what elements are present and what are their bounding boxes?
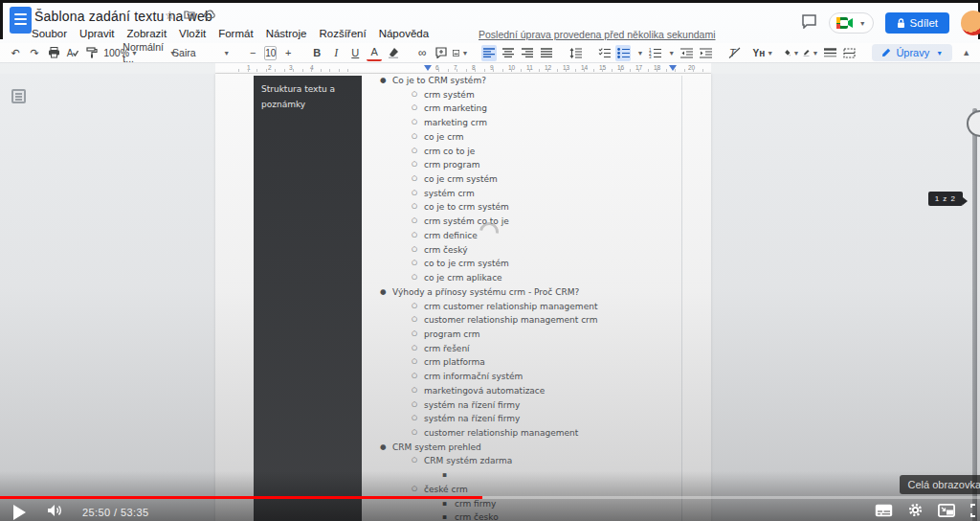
list-bullet: ○ [412, 90, 417, 98]
scrollbar-knob[interactable] [967, 110, 980, 137]
increase-font-button[interactable]: + [280, 45, 296, 61]
list-bullet: ○ [412, 428, 417, 436]
font-select[interactable]: Saira▼ [170, 45, 232, 61]
increase-indent-button[interactable] [698, 45, 713, 61]
menu-napoveda[interactable]: Nápověda [379, 28, 429, 39]
menu-nastroje[interactable]: Nástroje [266, 28, 307, 39]
miniplayer-button[interactable] [938, 504, 955, 521]
bulleted-list-menu[interactable]: ▼ [636, 50, 643, 57]
menu-vlozit[interactable]: Vložit [179, 28, 206, 39]
ruler[interactable]: 1234678910111213141516171820 [215, 63, 711, 74]
numbered-list-button[interactable]: 123 [647, 45, 662, 61]
align-right-button[interactable] [520, 45, 535, 61]
pencil-icon [881, 48, 891, 57]
account-avatar[interactable] [961, 11, 980, 35]
font-size-input[interactable]: 10 [264, 46, 277, 60]
move-folder-icon[interactable] [184, 9, 195, 22]
print-button[interactable] [46, 45, 61, 61]
toolbar: ↶ ↷ A 100%▼ Normální t...▼ Saira▼ − 10 +… [0, 43, 980, 63]
styles-select[interactable]: Normální t...▼ [142, 45, 157, 61]
list-bullet: ○ [412, 147, 417, 154]
checklist-button[interactable] [596, 45, 612, 61]
list-item-text: marketingová automatizace [424, 386, 545, 396]
border-weight-button[interactable] [822, 45, 837, 61]
decrease-indent-button[interactable] [679, 45, 694, 61]
italic-button[interactable]: I [328, 45, 344, 61]
hide-menus-button[interactable]: ▲ [962, 48, 970, 57]
menu-soubor[interactable]: Soubor [32, 28, 67, 39]
last-edit-link[interactable]: Poslední úprava provedena před několika … [479, 29, 716, 40]
list-bullet: ○ [412, 485, 417, 492]
left-indent-marker[interactable] [424, 65, 432, 71]
list-bullet: ▪ [442, 470, 447, 479]
scrollbar[interactable] [972, 108, 977, 521]
highlight-color-button[interactable] [386, 45, 401, 61]
list-bullet: ○ [412, 189, 417, 196]
share-button[interactable]: Sdílet [885, 12, 949, 34]
docs-header: Šablona zadání textu na web ☆ SouborUpra… [0, 3, 980, 43]
fullscreen-button[interactable] [970, 504, 980, 521]
list-bullet: ○ [412, 202, 417, 210]
list-item-text: crm řešení [424, 344, 470, 353]
bulleted-list-button[interactable] [615, 45, 631, 61]
list-bullet: ○ [412, 216, 417, 224]
list-item-text: crm informační systém [424, 372, 523, 381]
list-bullet: ○ [412, 160, 417, 168]
align-justify-button[interactable] [539, 45, 554, 61]
align-center-button[interactable] [501, 45, 516, 61]
menu-rozsireni[interactable]: Rozšíření [319, 28, 366, 39]
fill-color-button[interactable]: ▼ [784, 45, 799, 61]
menu-upravit[interactable]: Upravit [79, 28, 114, 39]
bold-button[interactable]: B [309, 45, 324, 61]
extension-button[interactable]: Yн▼ [755, 45, 770, 61]
google-docs-icon[interactable] [10, 7, 32, 34]
ruler-number: 20 [688, 64, 695, 71]
meet-button[interactable]: ▼ [829, 12, 874, 34]
list-item-text: CRM system prehled [392, 442, 481, 452]
cloud-status-icon[interactable] [204, 9, 216, 22]
table-borders-button[interactable] [841, 45, 857, 61]
menu-zobrazit[interactable]: Zobrazit [127, 28, 167, 39]
editing-mode-select[interactable]: Úpravy ▼ [872, 44, 952, 61]
chevron-down-icon: ▼ [859, 20, 866, 27]
redo-button[interactable]: ↷ [27, 45, 42, 61]
list-item-text: co je crm systém [424, 174, 498, 184]
list-bullet: ● [380, 76, 387, 84]
paint-format-button[interactable] [84, 45, 100, 61]
numbered-list-menu[interactable]: ▼ [668, 50, 675, 57]
list-bullet: ○ [412, 414, 417, 421]
play-button[interactable] [13, 505, 26, 520]
align-left-button[interactable] [481, 45, 497, 61]
text-color-button[interactable]: A [367, 45, 382, 61]
menu-format[interactable]: Formát [218, 28, 253, 39]
list-item-text: systém crm [424, 189, 475, 198]
line-spacing-button[interactable] [568, 45, 583, 61]
volume-icon[interactable] [47, 504, 63, 521]
document-text[interactable]: ●Co je to CRM systém?○crm systém○crm mar… [215, 74, 711, 521]
insert-image-button[interactable]: ▼ [453, 45, 468, 61]
settings-button[interactable] [908, 503, 923, 521]
underline-button[interactable]: U [347, 45, 363, 61]
decrease-font-button[interactable]: − [245, 45, 260, 61]
insert-link-button[interactable]: ∞ [414, 45, 430, 61]
list-item-text: Co je to CRM systém? [392, 76, 486, 85]
star-icon[interactable]: ☆ [165, 9, 175, 22]
spell-check-button[interactable]: A [65, 45, 80, 61]
video-progress-bar[interactable] [0, 496, 980, 499]
comment-history-icon[interactable] [801, 13, 817, 33]
list-item-text: customer relationship management [424, 428, 578, 438]
fullscreen-tooltip: Celá obrazovka [900, 475, 980, 494]
clear-formatting-button[interactable]: T [726, 45, 742, 61]
list-item-text: marketing crm [424, 118, 487, 127]
list-item-text: crm co to je [424, 147, 475, 156]
list-item-text: české crm [424, 485, 468, 494]
show-outline-icon[interactable] [11, 89, 26, 103]
document-page[interactable]: Struktura textu a poznámky ●Co je to CRM… [215, 74, 711, 521]
insert-comment-button[interactable] [434, 45, 449, 61]
list-bullet: ○ [412, 357, 417, 365]
undo-button[interactable]: ↶ [8, 45, 23, 61]
list-item-text: crm marketing [424, 103, 487, 113]
subtitles-button[interactable] [875, 504, 893, 521]
border-color-button[interactable]: ▼ [803, 45, 818, 61]
list-item-text: co je crm [424, 132, 463, 142]
